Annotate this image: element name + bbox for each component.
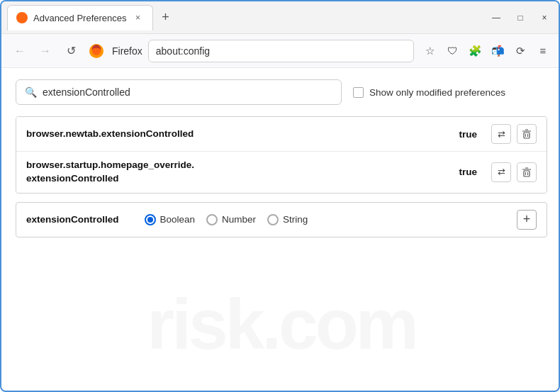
refresh-button[interactable]: ↺ — [61, 41, 81, 61]
search-icon: 🔍 — [25, 86, 37, 98]
search-input[interactable] — [43, 86, 332, 98]
delete-icon-2 — [522, 167, 532, 177]
shield-icon[interactable]: 🛡 — [442, 41, 462, 61]
search-row: 🔍 Show only modified preferences — [16, 79, 547, 105]
swap-button-2[interactable]: ⇄ — [491, 162, 511, 182]
maximize-button[interactable]: □ — [509, 8, 532, 28]
delete-button-2[interactable] — [517, 162, 537, 182]
bookmark-icon[interactable]: ☆ — [420, 41, 439, 61]
toolbar-icons: ☆ 🛡 🧩 📬 ⟳ ≡ — [420, 41, 553, 61]
new-pref-row: extensionControlled Boolean Number Strin… — [16, 202, 547, 237]
back-button[interactable]: ← — [10, 41, 30, 61]
forward-button[interactable]: → — [35, 41, 55, 61]
radio-circle-string — [267, 214, 279, 225]
table-row: browser.newtab.extensionControlled true … — [16, 117, 547, 152]
prefs-table: browser.newtab.extensionControlled true … — [16, 116, 547, 194]
url-bar[interactable]: about:config — [148, 40, 414, 62]
radio-number[interactable]: Number — [206, 214, 256, 225]
minimize-button[interactable]: — — [485, 8, 508, 28]
pref-actions-2: ⇄ — [491, 162, 537, 182]
pref-name-1: browser.newtab.extensionControlled — [26, 128, 450, 141]
delete-button-1[interactable] — [517, 124, 537, 144]
tab-favicon — [16, 12, 28, 23]
watermark: risk.com — [1, 284, 560, 365]
radio-circle-number — [206, 214, 218, 225]
new-tab-button[interactable]: + — [156, 8, 176, 28]
add-pref-button[interactable]: + — [517, 210, 537, 230]
menu-icon[interactable]: ≡ — [533, 41, 553, 61]
history-icon[interactable]: ⟳ — [510, 41, 530, 61]
show-modified-checkbox[interactable] — [353, 87, 364, 98]
svg-rect-7 — [524, 171, 530, 177]
table-row: browser.startup.homepage_override. exten… — [16, 152, 547, 193]
tab-close-button[interactable]: × — [133, 12, 144, 23]
extension-icon[interactable]: 🧩 — [465, 41, 485, 61]
show-modified-label: Show only modified preferences — [369, 87, 505, 98]
new-pref-name: extensionControlled — [26, 214, 119, 225]
pref-value-1: true — [459, 129, 477, 140]
window-controls: — □ × — [485, 8, 556, 28]
search-box[interactable]: 🔍 — [16, 79, 342, 105]
active-tab[interactable]: Advanced Preferences × — [7, 5, 153, 30]
delete-icon-1 — [522, 129, 532, 139]
swap-button-1[interactable]: ⇄ — [491, 124, 511, 144]
svg-rect-2 — [524, 133, 530, 138]
show-modified-row: Show only modified preferences — [353, 87, 505, 98]
share-icon[interactable]: 📬 — [488, 41, 508, 61]
pref-actions-1: ⇄ — [491, 124, 537, 144]
pref-name-2: browser.startup.homepage_override. exten… — [26, 159, 450, 186]
radio-circle-boolean — [145, 214, 156, 225]
tab-title: Advanced Preferences — [33, 13, 127, 23]
main-content: 🔍 Show only modified preferences browser… — [1, 68, 560, 249]
url-text: about:config — [156, 45, 210, 57]
radio-boolean[interactable]: Boolean — [145, 214, 196, 225]
pref-value-2: true — [459, 167, 477, 177]
browser-name: Firefox — [112, 45, 142, 57]
address-bar: ← → ↺ Firefox about:config ☆ 🛡 🧩 📬 ⟳ ≡ — [1, 34, 560, 68]
close-button[interactable]: × — [533, 8, 556, 28]
radio-group: Boolean Number String — [145, 214, 503, 225]
title-bar: Advanced Preferences × + — □ × — [1, 1, 560, 34]
firefox-logo — [86, 41, 106, 61]
radio-string[interactable]: String — [267, 214, 308, 225]
